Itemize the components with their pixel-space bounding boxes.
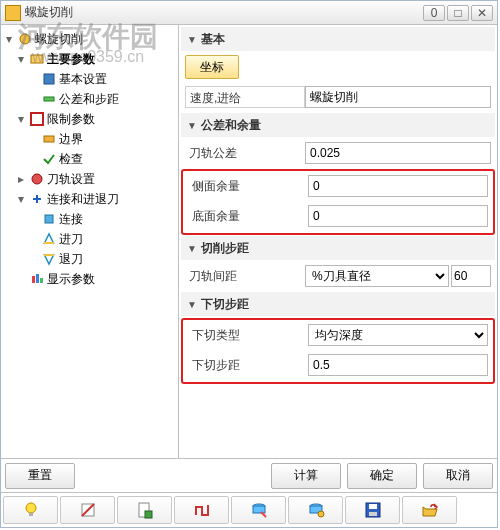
spacing-value-input[interactable] (451, 265, 491, 287)
limit-icon (29, 111, 45, 127)
tree-twisty[interactable]: ▾ (15, 52, 27, 66)
body: ▾ 螺旋切削 ▾ 主要参数 基本设置 公差和步距 ▾ 限制参数 (1, 25, 497, 459)
boundary-icon (41, 131, 57, 147)
downtype-select[interactable]: 均匀深度 (308, 324, 488, 346)
downstep-input[interactable] (308, 354, 488, 376)
app-icon (5, 5, 21, 21)
side-allowance-input[interactable] (308, 175, 488, 197)
maximize-button[interactable]: □ (447, 5, 469, 21)
svg-point-22 (318, 511, 324, 517)
tolerance-input[interactable] (305, 142, 491, 164)
tool-path[interactable] (174, 496, 229, 524)
svg-rect-17 (145, 511, 152, 518)
highlight-downstep: 下切类型 均匀深度 下切步距 (181, 318, 495, 384)
speed-feed-label[interactable]: 速度,进给 (185, 86, 305, 108)
tree-link-retract[interactable]: 连接和进退刀 (47, 191, 119, 208)
svg-point-13 (26, 503, 36, 513)
tolerance-label: 刀轨公差 (185, 145, 305, 162)
leadin-icon (41, 231, 57, 247)
svg-point-6 (32, 174, 42, 184)
section-downstep-label: 下切步距 (201, 296, 249, 313)
section-basic-label: 基本 (201, 31, 225, 48)
section-tolerance[interactable]: ▼公差和余量 (181, 113, 495, 137)
tolerance-icon (41, 91, 57, 107)
settings-icon (41, 71, 57, 87)
section-cutstep[interactable]: ▼切削步距 (181, 236, 495, 260)
speed-feed-value[interactable] (305, 86, 491, 108)
tree-connect[interactable]: 连接 (59, 211, 83, 228)
svg-rect-10 (32, 276, 35, 283)
tree-twisty[interactable]: ▾ (15, 112, 27, 126)
tree-twisty[interactable]: ▾ (3, 32, 15, 46)
properties-panel: ▼基本 坐标 速度,进给 ▼公差和余量 刀轨公差 侧面余量 底面余量 (179, 25, 497, 458)
tree-display-params[interactable]: 显示参数 (47, 271, 95, 288)
highlight-allowance: 侧面余量 底面余量 (181, 169, 495, 235)
coord-button[interactable]: 坐标 (185, 55, 239, 79)
svg-rect-4 (31, 113, 43, 125)
spacing-mode-select[interactable]: %刀具直径 (305, 265, 449, 287)
toolpath-icon (29, 171, 45, 187)
connect-icon (41, 211, 57, 227)
svg-rect-12 (40, 278, 43, 283)
tree-main-params[interactable]: 主要参数 (47, 51, 95, 68)
side-allowance-label: 侧面余量 (188, 178, 308, 195)
svg-rect-14 (29, 513, 33, 516)
section-basic[interactable]: ▼基本 (181, 27, 495, 51)
tool-sheet[interactable] (117, 496, 172, 524)
reset-button[interactable]: 重置 (5, 463, 75, 489)
helix-icon (17, 31, 33, 47)
svg-rect-7 (45, 215, 53, 223)
tool-db1[interactable] (231, 496, 286, 524)
tree-basic-settings[interactable]: 基本设置 (59, 71, 107, 88)
minimize-button[interactable]: 0 (423, 5, 445, 21)
tree-tolerance-step[interactable]: 公差和步距 (59, 91, 119, 108)
tool-note[interactable] (60, 496, 115, 524)
svg-rect-2 (44, 74, 54, 84)
svg-rect-3 (44, 97, 54, 101)
downstep-label: 下切步距 (188, 357, 308, 374)
tree-check[interactable]: 检查 (59, 151, 83, 168)
ok-button[interactable]: 确定 (347, 463, 417, 489)
tool-bulb[interactable] (3, 496, 58, 524)
titlebar: 螺旋切削 0 □ ✕ (1, 1, 497, 25)
tool-db2[interactable] (288, 496, 343, 524)
close-button[interactable]: ✕ (471, 5, 493, 21)
calc-button[interactable]: 计算 (271, 463, 341, 489)
tool-open[interactable] (402, 496, 457, 524)
footer-buttons: 重置 计算 确定 取消 (1, 459, 497, 493)
link-icon (29, 191, 45, 207)
window-title: 螺旋切削 (25, 4, 421, 21)
tool-save[interactable] (345, 496, 400, 524)
tree-boundary[interactable]: 边界 (59, 131, 83, 148)
tree-leadin[interactable]: 进刀 (59, 231, 83, 248)
svg-rect-25 (369, 512, 377, 516)
svg-point-0 (20, 34, 30, 44)
downtype-label: 下切类型 (188, 327, 308, 344)
tree-panel: ▾ 螺旋切削 ▾ 主要参数 基本设置 公差和步距 ▾ 限制参数 (1, 25, 179, 458)
tree-root[interactable]: 螺旋切削 (35, 31, 83, 48)
section-cutstep-label: 切削步距 (201, 240, 249, 257)
spacing-label: 刀轨间距 (185, 268, 305, 285)
bottom-allowance-input[interactable] (308, 205, 488, 227)
tree-twisty[interactable]: ▾ (15, 192, 27, 206)
bottom-allowance-label: 底面余量 (188, 208, 308, 225)
svg-rect-11 (36, 274, 39, 283)
leadout-icon (41, 251, 57, 267)
tree-leadout[interactable]: 退刀 (59, 251, 83, 268)
check-icon (41, 151, 57, 167)
svg-rect-24 (369, 504, 377, 509)
svg-rect-1 (31, 55, 43, 63)
tree-toolpath-settings[interactable]: 刀轨设置 (47, 171, 95, 188)
tree-limit-params[interactable]: 限制参数 (47, 111, 95, 128)
folder-icon (29, 51, 45, 67)
section-downstep[interactable]: ▼下切步距 (181, 292, 495, 316)
svg-rect-8 (44, 242, 54, 244)
svg-rect-5 (44, 136, 54, 142)
bottom-toolbar (1, 493, 497, 527)
svg-rect-19 (253, 506, 265, 513)
section-tolerance-label: 公差和余量 (201, 117, 261, 134)
display-icon (29, 271, 45, 287)
cancel-button[interactable]: 取消 (423, 463, 493, 489)
tree-twisty[interactable]: ▸ (15, 172, 27, 186)
main-window: 螺旋切削 0 □ ✕ ▾ 螺旋切削 ▾ 主要参数 基本设置 公差和步距 (0, 0, 498, 528)
